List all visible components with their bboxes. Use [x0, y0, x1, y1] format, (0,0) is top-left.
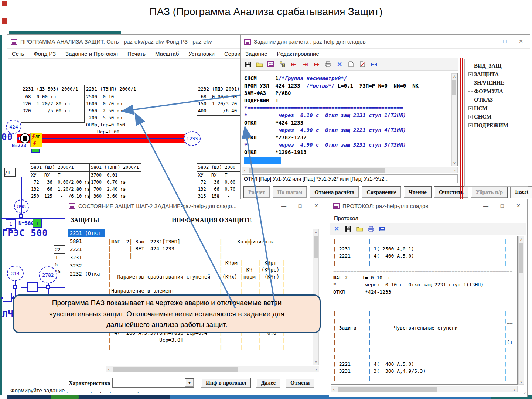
- open-folder-icon[interactable]: [255, 60, 264, 68]
- tree-item-СНСМ[interactable]: +СНСМ: [468, 113, 528, 121]
- button-Insert[interactable]: Insert: [510, 186, 532, 198]
- list-item-2231 (Откл[interactable]: 2231 (Откл: [68, 229, 105, 237]
- menu-item-Задание и Протокол[interactable]: Задание и Протокол: [61, 50, 122, 58]
- print-icon[interactable]: [324, 60, 332, 68]
- maximize-button[interactable]: □: [494, 199, 510, 212]
- button-Отмена расчёта[interactable]: Отмена расчёта: [310, 186, 359, 198]
- move-end-icon[interactable]: ↦: [312, 60, 321, 68]
- splitter-red[interactable]: [462, 58, 463, 200]
- editor-line[interactable]: * через 0.10 с Откл защ 2231 ступ 1(ТЗНП…: [244, 112, 457, 119]
- print-icon[interactable]: [366, 225, 375, 233]
- list-item-2232 (Отка[interactable]: 2232 (Отка: [68, 270, 105, 278]
- characteristic-combobox[interactable]: ▼: [112, 378, 194, 388]
- print-setup-icon[interactable]: [378, 225, 387, 233]
- breaker-square[interactable]: [3, 293, 12, 302]
- menu-item-Установки[interactable]: Установки: [184, 50, 219, 58]
- menu-item-Фонд РЗ[interactable]: Фонд РЗ: [30, 50, 60, 58]
- minimize-button[interactable]: —: [478, 199, 494, 212]
- scroll-up-icon[interactable]: ˄: [452, 74, 457, 79]
- structure-icon[interactable]: [278, 60, 287, 68]
- editor-line[interactable]: ОТКЛ *424-1233: [244, 119, 457, 126]
- move-left-icon[interactable]: ⇤: [289, 60, 298, 68]
- button-Очистить[interactable]: Очистить: [434, 186, 468, 198]
- editor-line[interactable]: * через 4.90 с Откл защ 2221 ступ 4(ТЗНП…: [244, 126, 457, 134]
- scroll-left-icon[interactable]: ‹: [106, 366, 112, 372]
- close-button[interactable]: ✕: [510, 199, 526, 212]
- clear-all-icon[interactable]: [369, 60, 378, 68]
- tree-item-ПОДРЕЖИМ[interactable]: +ПОДРЕЖИМ: [468, 121, 528, 130]
- editor-line[interactable]: ПРОМ-УЗЛ 424-1233 /*ветвь*/ L=0.1 УЗП=Р …: [244, 82, 457, 89]
- new-doc-icon[interactable]: [347, 60, 355, 68]
- tree-item-НСМ[interactable]: +НСМ: [468, 104, 528, 113]
- tree-item-ОТКАЗ[interactable]: ОТКАЗ: [468, 96, 528, 104]
- button-Чтение[interactable]: Чтение: [404, 186, 432, 198]
- scroll-right-icon[interactable]: ›: [512, 386, 517, 392]
- list-item-3232[interactable]: 3232: [68, 262, 105, 270]
- editor-line[interactable]: ОТКЛ *2782-1232: [244, 134, 457, 141]
- state-window-titlebar[interactable]: СОСТОЯНИЕ ЗАЩИТ ШАГ-2 ЗАДАНИЕ-paz-help-д…: [65, 199, 325, 213]
- open-folder-icon[interactable]: [355, 225, 364, 233]
- edit-doc-icon[interactable]: [358, 60, 367, 68]
- delete-x-icon[interactable]: ✕: [335, 60, 344, 68]
- button-По шагам[interactable]: По шагам: [273, 186, 307, 198]
- editor-line[interactable]: СНСМ 1/*Группа несимметрий*/: [244, 75, 457, 82]
- button-Расчет[interactable]: Расчет: [243, 186, 270, 198]
- scroll-right-icon[interactable]: ›: [313, 366, 319, 372]
- editor-line[interactable]: ОТКЛ *1296-1913: [244, 149, 457, 156]
- save-icon[interactable]: [243, 60, 252, 68]
- list-item-3231[interactable]: 3231: [68, 253, 105, 262]
- resize-grip[interactable]: ⋰: [522, 391, 526, 396]
- menu-item-Протокол[interactable]: Протокол: [330, 214, 362, 222]
- node-2782[interactable]: 2782: [39, 266, 57, 283]
- minimize-button[interactable]: —: [480, 35, 497, 48]
- button-Отмена[interactable]: Отмена: [286, 378, 314, 388]
- close-button[interactable]: ✕: [308, 199, 324, 212]
- scroll-right-icon[interactable]: ›: [452, 167, 457, 173]
- tree-item-ВИД_ЗАЩ[interactable]: ВИД_ЗАЩ: [468, 62, 528, 70]
- save-icon[interactable]: [344, 225, 352, 233]
- move-right-icon[interactable]: ⇥: [301, 60, 310, 68]
- expand-icon[interactable]: +: [468, 115, 473, 119]
- protocol-hscrollbar[interactable]: ‹ ›: [331, 386, 518, 392]
- tree-item-ФОРМУЛА[interactable]: ФОРМУЛА: [468, 87, 528, 96]
- menu-item-Сеть[interactable]: Сеть: [8, 50, 28, 58]
- task-window-titlebar[interactable]: Задание для расчета : paz-help-для сладо…: [241, 35, 530, 49]
- editor-line[interactable]: ПОДРЕЖИМ 1: [244, 97, 457, 104]
- expand-icon[interactable]: +: [468, 123, 473, 127]
- menu-item-Масштаб[interactable]: Масштаб: [151, 50, 183, 58]
- editor-hscrollbar[interactable]: ‹ ›: [242, 167, 458, 173]
- splitter-red[interactable]: [460, 58, 461, 200]
- expand-icon[interactable]: +: [468, 106, 473, 110]
- info-hscrollbar[interactable]: ‹ ›: [106, 366, 319, 372]
- tree-item-ЗАЩИТА[interactable]: +ЗАЩИТА: [468, 70, 528, 79]
- scroll-up-icon[interactable]: ˄: [519, 236, 524, 242]
- list-item-2221[interactable]: 2221: [68, 245, 105, 253]
- tree-item-ЗНАЧЕНИЕ[interactable]: ЗНАЧЕНИЕ: [468, 79, 528, 87]
- expand-icon[interactable]: +: [468, 72, 473, 76]
- task-editor[interactable]: СНСМ 1/*Группа несимметрий*/ПРОМ-УЗЛ 424…: [242, 73, 458, 166]
- button-Далее[interactable]: Далее: [256, 378, 280, 388]
- menu-item-Печать[interactable]: Печать: [123, 50, 150, 58]
- button-Сохранение[interactable]: Сохранение: [362, 186, 401, 198]
- menu-item-Задание[interactable]: Задание: [241, 50, 272, 58]
- maximize-button[interactable]: □: [497, 35, 513, 48]
- editor-line[interactable]: * через 4.90 с Откл защ 3231 ступ 3(ТЗНП…: [244, 141, 457, 149]
- scroll-left-icon[interactable]: ‹: [331, 386, 337, 392]
- scroll-down-icon[interactable]: ˅: [452, 160, 457, 166]
- close-x-icon[interactable]: ✕: [332, 225, 341, 233]
- breaker-square[interactable]: [27, 282, 38, 292]
- menu-item-Редактирование[interactable]: Редактирование: [273, 50, 323, 58]
- combo-dropdown-icon[interactable]: ▼: [185, 378, 194, 387]
- scroll-down-icon[interactable]: ˅: [313, 359, 319, 365]
- editor-line[interactable]: [244, 156, 457, 163]
- button-Убрать п/р[interactable]: Убрать п/р: [471, 186, 508, 198]
- protocol-pane[interactable]: |___________|___________________________…: [331, 236, 518, 385]
- button-Инф в протокол[interactable]: Инф в протокол: [201, 378, 251, 388]
- node-1233[interactable]: 1233: [184, 131, 201, 146]
- scroll-left-icon[interactable]: ‹: [242, 167, 248, 173]
- node-314[interactable]: 314: [7, 266, 24, 281]
- protocol-vscrollbar[interactable]: ˄ ˅: [518, 236, 524, 385]
- list-item-5801[interactable]: 5801: [68, 237, 105, 245]
- protocol-window-titlebar[interactable]: ПРОТОКОЛ: paz-help-для сладов — □ ✕: [329, 199, 527, 213]
- editor-line[interactable]: *=======================================…: [244, 104, 457, 112]
